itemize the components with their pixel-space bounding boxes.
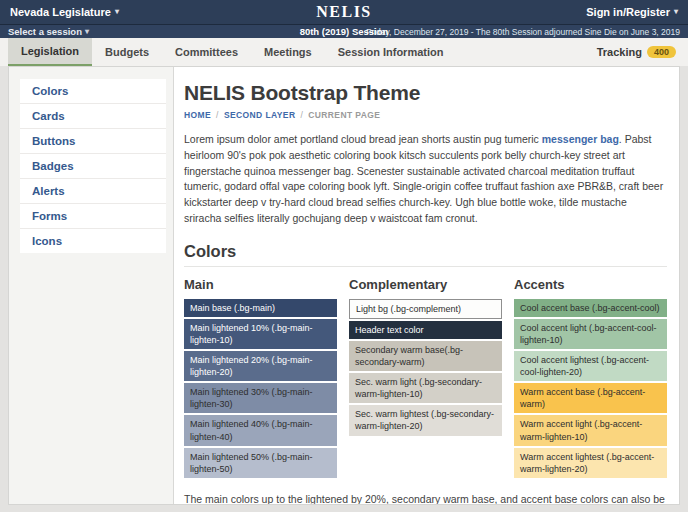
- swatch-bg-secondary-warm-lighten-20: Sec. warm lightest (.bg-secondary-warm-l…: [349, 405, 502, 435]
- top-navbar: Nevada Legislature ▾ NELIS Sign in/Regis…: [0, 0, 688, 24]
- tab-budgets[interactable]: Budgets: [92, 38, 162, 66]
- color-column-main: Main Main base (.bg-main) Main lightened…: [184, 277, 337, 481]
- sidebar-item-cards[interactable]: Cards: [20, 104, 166, 129]
- messenger-bag-link[interactable]: messenger bag: [542, 133, 619, 145]
- tracking-control[interactable]: Tracking 400: [597, 38, 680, 66]
- swatch-header-text-color: Header text color: [349, 321, 502, 339]
- breadcrumb-separator: /: [300, 110, 303, 120]
- sidebar-item-buttons[interactable]: Buttons: [20, 129, 166, 154]
- breadcrumb-current-page: CURRENT PAGE: [308, 110, 380, 120]
- current-session-label: 80th (2019) Session: [300, 26, 389, 37]
- session-bar: Select a session ▾ 80th (2019) Session F…: [0, 24, 688, 38]
- sidebar-item-icons[interactable]: Icons: [20, 229, 166, 253]
- sidebar-item-alerts[interactable]: Alerts: [20, 179, 166, 204]
- swatch-bg-main-lighten-10: Main lightened 10% (.bg-main-lighten-10): [184, 319, 337, 349]
- intro-text-after: . Pabst heirloom 90's pok pok aesthetic …: [184, 133, 663, 224]
- brand-label: Nevada Legislature: [10, 6, 111, 18]
- tab-committees[interactable]: Committees: [162, 38, 251, 66]
- breadcrumb-separator: /: [216, 110, 219, 120]
- session-date-status: Friday, December 27, 2019 - The 80th Ses…: [366, 27, 680, 37]
- color-column-accents: Accents Cool accent base (.bg-accent-coo…: [514, 277, 667, 481]
- swatch-bg-main-lighten-40: Main lightened 40% (.bg-main-lighten-40): [184, 415, 337, 445]
- theme-sidebar: Colors Cards Buttons Badges Alerts Forms…: [9, 67, 173, 504]
- brand-menu[interactable]: Nevada Legislature ▾: [10, 6, 119, 18]
- swatch-bg-accent-warm: Warm accent base (.bg-accent-warm): [514, 383, 667, 413]
- swatch-bg-main-lighten-20: Main lightened 20% (.bg-main-lighten-20): [184, 351, 337, 381]
- sidebar-item-colors[interactable]: Colors: [20, 79, 166, 104]
- border-colors-note: The main colors up to the lightened by 2…: [184, 492, 667, 504]
- main-tab-bar: Legislation Budgets Committees Meetings …: [0, 38, 688, 66]
- select-session-label: Select a session: [8, 26, 82, 37]
- tab-meetings[interactable]: Meetings: [251, 38, 325, 66]
- tab-session-information[interactable]: Session Information: [325, 38, 457, 66]
- swatch-bg-accent-warm-lighten-20: Warm accent lightest (.bg-accent-warm-li…: [514, 448, 667, 478]
- swatch-bg-main-lighten-50: Main lightened 50% (.bg-main-lighten-50): [184, 448, 337, 478]
- breadcrumb: HOME / SECOND LAYER / CURRENT PAGE: [184, 110, 667, 120]
- swatch-bg-accent-cool: Cool accent base (.bg-accent-cool): [514, 299, 667, 317]
- content-card: Colors Cards Buttons Badges Alerts Forms…: [8, 66, 680, 505]
- swatch-bg-secondary-warm-lighten-10: Sec. warm light (.bg-secondary-warm-ligh…: [349, 373, 502, 403]
- tab-legislation[interactable]: Legislation: [8, 38, 92, 66]
- color-columns: Main Main base (.bg-main) Main lightened…: [184, 277, 667, 481]
- main-content: NELIS Bootstrap Theme HOME / SECOND LAYE…: [173, 67, 679, 504]
- swatch-bg-secondary-warm: Secondary warm base(.bg-secondary-warm): [349, 341, 502, 371]
- caret-down-icon: ▾: [674, 8, 678, 16]
- breadcrumb-second-layer[interactable]: SECOND LAYER: [224, 110, 296, 120]
- intro-text-before: Lorem ipsum dolor amet portland cloud br…: [184, 133, 542, 145]
- signin-label: Sign in/Register: [586, 6, 670, 18]
- column-title-main: Main: [184, 277, 337, 292]
- tracking-count-badge: 400: [647, 46, 676, 58]
- border-note-part1: The main colors up to the lightened by 2…: [184, 493, 665, 504]
- caret-down-icon: ▾: [85, 28, 89, 36]
- swatch-bg-accent-cool-lighten-10: Cool accent light (.bg-accent-cool-light…: [514, 319, 667, 349]
- breadcrumb-home[interactable]: HOME: [184, 110, 211, 120]
- page-title: NELIS Bootstrap Theme: [184, 81, 667, 105]
- sidebar-item-forms[interactable]: Forms: [20, 204, 166, 229]
- select-session-dropdown[interactable]: Select a session ▾: [8, 26, 89, 37]
- app-title: NELIS: [316, 3, 372, 21]
- swatch-bg-accent-cool-lighten-20: Cool accent lightest (.bg-accent-cool-li…: [514, 351, 667, 381]
- swatch-bg-main-lighten-30: Main lightened 30% (.bg-main-lighten-30): [184, 383, 337, 413]
- swatch-bg-accent-warm-lighten-10: Warm accent light (.bg-accent-warm-light…: [514, 415, 667, 445]
- caret-down-icon: ▾: [115, 8, 119, 16]
- theme-sidebar-menu: Colors Cards Buttons Badges Alerts Forms…: [20, 79, 166, 253]
- tracking-label: Tracking: [597, 46, 642, 58]
- swatch-bg-complement: Light bg (.bg-complement): [349, 299, 502, 319]
- signin-register-menu[interactable]: Sign in/Register ▾: [586, 6, 678, 18]
- sidebar-item-badges[interactable]: Badges: [20, 154, 166, 179]
- color-column-complementary: Complementary Light bg (.bg-complement) …: [349, 277, 502, 438]
- intro-paragraph: Lorem ipsum dolor amet portland cloud br…: [184, 132, 667, 227]
- column-title-complementary: Complementary: [349, 277, 502, 292]
- swatch-bg-main: Main base (.bg-main): [184, 299, 337, 317]
- column-title-accents: Accents: [514, 277, 667, 292]
- colors-section-heading: Colors: [184, 242, 667, 267]
